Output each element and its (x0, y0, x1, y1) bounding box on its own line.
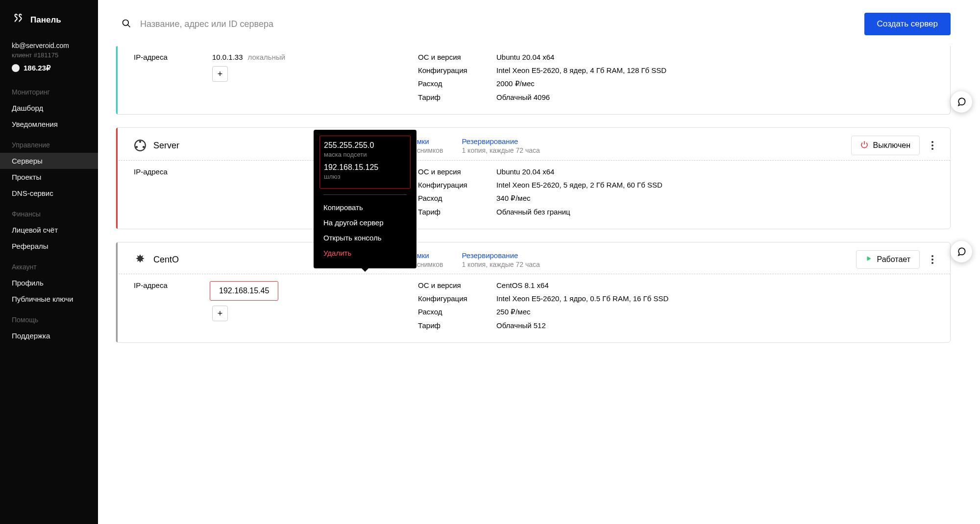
backup-link[interactable]: Резервирование 1 копия, каждые 72 часа (462, 137, 539, 154)
nav-heading-help: Помощь (0, 312, 98, 328)
popover-mask: 255.255.255.0 (324, 141, 406, 150)
svg-marker-7 (867, 256, 871, 261)
nav-servers[interactable]: Серверы (0, 153, 98, 169)
tariff-value: Облачный без границ (496, 208, 570, 216)
search-icon[interactable] (122, 19, 131, 30)
server-list: IP-адреса 10.0.1.33 локальный + ОС и вер… (98, 46, 980, 385)
add-ip-button[interactable]: + (212, 306, 228, 321)
label-os: ОС и версия (418, 53, 496, 61)
popover-copy[interactable]: Копировать (314, 200, 416, 215)
label-ip: IP-адреса (134, 53, 212, 61)
popover-gateway-label: шлюз (324, 173, 406, 180)
nav-billing[interactable]: Лицевой счёт (0, 222, 98, 238)
nav-heading-account: Аккаунт (0, 259, 98, 275)
cost-value: 340 ₽/мес (496, 194, 531, 203)
nav-heading-monitoring: Мониторинг (0, 84, 98, 100)
logo-icon (12, 13, 24, 27)
label-config: Конфигурация (418, 181, 496, 189)
account-email: kb@serveroid.com (12, 42, 86, 49)
popover-divider (323, 194, 407, 195)
label-cost: Расход (418, 308, 496, 316)
status-button[interactable]: Выключен (851, 136, 920, 155)
balance-value: 186.23₽ (24, 64, 51, 72)
os-value: CentOS 8.1 x64 (496, 281, 549, 289)
label-tariff: Тариф (418, 93, 496, 101)
svg-point-4 (136, 146, 138, 148)
backup-link[interactable]: Резервирование 1 копия, каждые 72 часа (462, 251, 539, 268)
label-config: Конфигурация (418, 66, 496, 74)
ip-value[interactable]: 10.0.1.33 (212, 53, 243, 61)
nav-dashboard[interactable]: Дашборд (0, 100, 98, 116)
status-label: Выключен (873, 141, 910, 150)
label-tariff: Тариф (418, 321, 496, 330)
ip-highlighted[interactable]: 192.168.15.45 (210, 281, 278, 301)
sidebar: Панель kb@serveroid.com клиент #181175 1… (0, 0, 98, 524)
tariff-value: Облачный 4096 (496, 93, 550, 101)
main: Создать сервер IP-адреса 10.0.1.33 локал… (98, 0, 980, 524)
chat-bubble[interactable] (951, 241, 972, 262)
label-cost: Расход (418, 79, 496, 88)
cost-value: 250 ₽/мес (496, 308, 531, 316)
more-button[interactable] (929, 252, 936, 267)
ubuntu-icon (134, 139, 147, 152)
search-input[interactable] (140, 19, 856, 29)
svg-point-5 (143, 146, 145, 148)
play-icon (865, 255, 872, 264)
server-card: Server Снимки Нет снимков Резервирование… (116, 127, 951, 229)
ip-popover: 255.255.255.0 маска подсети 192.168.15.1… (314, 130, 416, 268)
account-client: клиент #181175 (12, 51, 86, 59)
popover-mask-label: маска подсети (324, 151, 406, 158)
nav-support[interactable]: Поддержка (0, 328, 98, 344)
label-tariff: Тариф (418, 208, 496, 216)
config-value: Intel Xeon E5-2620, 8 ядер, 4 Гб RAM, 12… (496, 66, 666, 74)
ip-type: локальный (248, 53, 286, 61)
nav-notifications[interactable]: Уведомления (0, 116, 98, 132)
nav-profile[interactable]: Профиль (0, 275, 98, 291)
svg-point-3 (139, 141, 141, 143)
label-config: Конфигурация (418, 294, 496, 303)
server-name[interactable]: Server (153, 141, 179, 151)
nav-referrals[interactable]: Рефералы (0, 238, 98, 254)
label-ip: IP-адреса (134, 167, 212, 176)
label-cost: Расход (418, 194, 496, 202)
tariff-value: Облачный 512 (496, 321, 546, 330)
chat-bubble[interactable] (951, 91, 972, 113)
brand: Панель (0, 9, 98, 39)
account-block: kb@serveroid.com клиент #181175 186.23₽ (0, 39, 98, 79)
server-name[interactable]: CentO (153, 255, 179, 265)
config-value: Intel Xeon E5-2620, 1 ядро, 0.5 Гб RAM, … (496, 294, 668, 303)
coin-icon (12, 64, 20, 72)
nav-projects[interactable]: Проекты (0, 169, 98, 185)
popover-console[interactable]: Открыть консоль (314, 230, 416, 245)
svg-line-1 (128, 24, 130, 27)
status-button[interactable]: Работает (856, 250, 920, 269)
status-label: Работает (877, 255, 911, 264)
balance[interactable]: 186.23₽ (12, 64, 86, 72)
popover-delete[interactable]: Удалить (314, 245, 416, 261)
popover-move[interactable]: На другой сервер (314, 215, 416, 230)
power-icon (860, 141, 868, 150)
create-server-button[interactable]: Создать сервер (864, 13, 951, 35)
os-value: Ubuntu 20.04 x64 (496, 167, 554, 176)
server-card: CentO Снимки Нет снимков Резервирование … (116, 242, 951, 343)
topbar: Создать сервер (98, 0, 980, 46)
svg-point-0 (123, 20, 129, 25)
more-button[interactable] (929, 138, 936, 153)
nav-heading-finance: Финансы (0, 206, 98, 222)
nav-dns[interactable]: DNS-сервис (0, 185, 98, 201)
cost-value: 2000 ₽/мес (496, 79, 535, 88)
label-os: ОС и версия (418, 281, 496, 289)
server-card: IP-адреса 10.0.1.33 локальный + ОС и вер… (116, 46, 951, 115)
centos-icon (134, 253, 147, 266)
brand-title: Панель (30, 15, 61, 25)
nav-heading-management: Управление (0, 137, 98, 153)
config-value: Intel Xeon E5-2620, 5 ядер, 2 Гб RAM, 60… (496, 181, 662, 189)
popover-gateway: 192.168.15.125 (324, 163, 406, 172)
label-os: ОС и версия (418, 167, 496, 176)
os-value: Ubuntu 20.04 x64 (496, 53, 554, 61)
nav-keys[interactable]: Публичные ключи (0, 291, 98, 307)
add-ip-button[interactable]: + (212, 66, 228, 82)
label-ip: IP-адреса (134, 281, 212, 289)
